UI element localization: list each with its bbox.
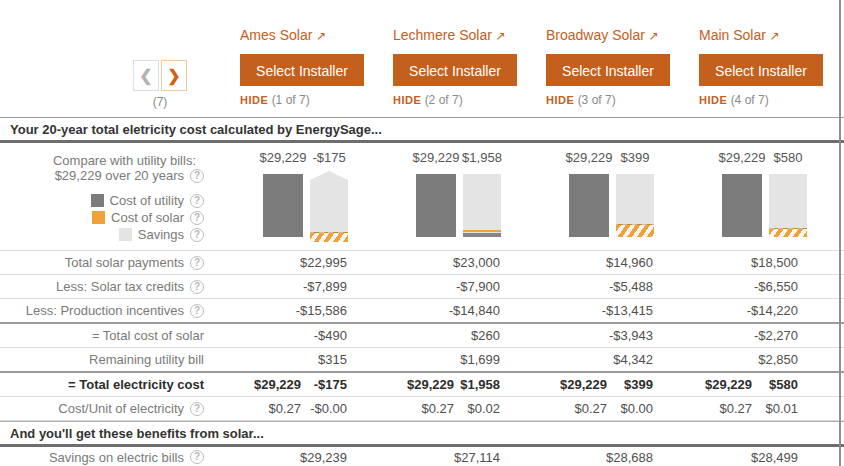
cell-value: -$7,899	[303, 279, 347, 294]
table-row-total-cost-of-solar: = Total cost of solar -$490 $260 -$3,943…	[0, 324, 844, 348]
cell-value-utility: $0.27	[574, 401, 607, 416]
cell-value-utility: $0.27	[421, 401, 454, 416]
next-page-button[interactable]: ❯	[161, 60, 187, 91]
table-row-solar-tax-credits: Less: Solar tax credits? -$7,899 -$7,900…	[0, 275, 844, 299]
cell-value-solar: -$0.00	[307, 401, 347, 416]
installer-link[interactable]: Ames Solar ↗	[240, 27, 393, 43]
table-row-remaining-utility-bill: Remaining utility bill $315 $1,699 $4,34…	[0, 348, 844, 373]
installer-link[interactable]: Lechmere Solar ↗	[393, 27, 546, 43]
select-installer-button[interactable]: Select Installer	[393, 54, 517, 86]
cell-value: -$5,488	[609, 279, 653, 294]
solar-cost-bar	[310, 171, 348, 242]
negative-cost-hatch	[310, 232, 348, 242]
cell-value: -$2,270	[754, 328, 798, 343]
prev-page-button[interactable]: ❮	[133, 60, 159, 91]
chevron-right-icon: ❯	[167, 66, 180, 85]
external-link-icon: ↗	[316, 29, 326, 43]
cell-value-utility: $0.27	[719, 401, 752, 416]
cell-value: -$14,220	[747, 303, 798, 318]
solar-cost-bar	[769, 174, 807, 237]
position-label: (1 of 7)	[272, 93, 310, 107]
section-header-benefits: And you'll get these benefits from solar…	[0, 421, 844, 447]
help-icon[interactable]: ?	[190, 256, 204, 270]
utility-cost-bar	[722, 174, 762, 237]
hide-button[interactable]: HIDE	[393, 94, 421, 106]
external-link-icon: ↗	[649, 29, 659, 43]
help-icon[interactable]: ?	[190, 228, 204, 242]
mini-bar-chart: $29,229 $580	[699, 143, 844, 250]
cell-value-solar: $399	[613, 377, 653, 392]
hide-button[interactable]: HIDE	[240, 94, 268, 106]
position-label: (3 of 7)	[578, 93, 616, 107]
section-header-cost: Your 20-year total eletricity cost calcu…	[0, 117, 844, 143]
mini-bar-chart: $29,229 $1,958	[393, 143, 546, 250]
legend-label: Savings	[138, 226, 184, 243]
help-icon[interactable]: ?	[190, 211, 204, 225]
cell-value: $28,688	[606, 450, 653, 465]
installer-link[interactable]: Main Solar ↗	[699, 27, 844, 43]
cell-value: $14,960	[606, 255, 653, 270]
solar-cost-stripe	[463, 229, 501, 237]
utility-cost-bar	[263, 174, 303, 237]
help-icon[interactable]: ?	[190, 402, 204, 416]
cell-value: $18,500	[751, 255, 798, 270]
bar-value-solar: $1,958	[453, 150, 511, 165]
negative-cost-hatch	[616, 224, 654, 237]
table-row-cost-per-unit: Cost/Unit of electricity? $0.27-$0.00 $0…	[0, 397, 844, 421]
help-icon[interactable]: ?	[190, 169, 204, 183]
help-icon[interactable]: ?	[190, 304, 204, 318]
cell-value-solar: $0.02	[460, 401, 500, 416]
compare-label-line1: Compare with utility bills:	[53, 153, 196, 169]
position-label: (4 of 7)	[731, 93, 769, 107]
cell-value-utility: $29,229	[705, 377, 752, 392]
compare-chart-row: Compare with utility bills: $29,229 over…	[0, 143, 844, 251]
hide-button[interactable]: HIDE	[546, 94, 574, 106]
table-row-savings-on-electric-bills: Savings on electric bills? $29,239 $27,1…	[0, 447, 844, 466]
installer-header: Broadway Solar ↗ Select Installer HIDE (…	[546, 0, 699, 117]
chart-legend: Cost of utility? Cost of solar? Savings?	[0, 192, 240, 243]
cell-value-solar: $580	[758, 377, 798, 392]
cell-value: $315	[318, 352, 347, 367]
chart-legend-cell: Compare with utility bills: $29,229 over…	[0, 143, 240, 250]
cell-value: -$6,550	[754, 279, 798, 294]
solar-cost-bar	[616, 174, 654, 237]
cell-value-solar: $0.01	[758, 401, 798, 416]
cell-value-utility: $0.27	[268, 401, 301, 416]
cell-value: $27,114	[454, 450, 500, 465]
legend-swatch-savings	[119, 228, 132, 241]
external-link-icon: ↗	[770, 29, 780, 43]
cell-value: $22,995	[300, 255, 347, 270]
help-icon[interactable]: ?	[190, 194, 204, 208]
hide-button[interactable]: HIDE	[699, 94, 727, 106]
table-row-production-incentives: Less: Production incentives? -$15,586 -$…	[0, 299, 844, 324]
cell-value: -$3,943	[609, 328, 653, 343]
cell-value-solar: $1,958	[460, 377, 500, 392]
cell-value: $4,342	[613, 352, 653, 367]
cell-value: $1,699	[460, 352, 500, 367]
mini-bar-chart: $29,229 -$175	[240, 143, 393, 250]
installer-link[interactable]: Broadway Solar ↗	[546, 27, 699, 43]
cell-value: $28,499	[751, 450, 798, 465]
legend-swatch-solar	[92, 211, 105, 224]
select-installer-button[interactable]: Select Installer	[546, 54, 670, 86]
mini-bar-chart: $29,229 $399	[546, 143, 699, 250]
pager: ❮ ❯ (7)	[0, 0, 240, 117]
select-installer-button[interactable]: Select Installer	[699, 54, 823, 86]
bar-value-solar: $580	[759, 150, 817, 165]
cell-value-utility: $29,229	[407, 377, 454, 392]
cell-value: -$7,900	[456, 279, 500, 294]
cell-value-solar: -$175	[307, 377, 347, 392]
cell-value: -$15,586	[296, 303, 347, 318]
cell-value: $2,850	[758, 352, 798, 367]
chevron-left-icon: ❮	[139, 66, 152, 85]
help-icon[interactable]: ?	[190, 280, 204, 294]
cell-value: -$13,415	[602, 303, 653, 318]
select-installer-button[interactable]: Select Installer	[240, 54, 364, 86]
negative-cost-hatch	[769, 228, 807, 237]
table-row-total-solar-payments: Total solar payments? $22,995 $23,000 $1…	[0, 251, 844, 275]
installer-header: Main Solar ↗ Select Installer HIDE (4 of…	[699, 0, 844, 117]
utility-cost-bar	[569, 174, 609, 237]
cell-value-solar: $0.00	[613, 401, 653, 416]
help-icon[interactable]: ?	[190, 450, 204, 464]
scroll-track-edge	[839, 0, 841, 466]
